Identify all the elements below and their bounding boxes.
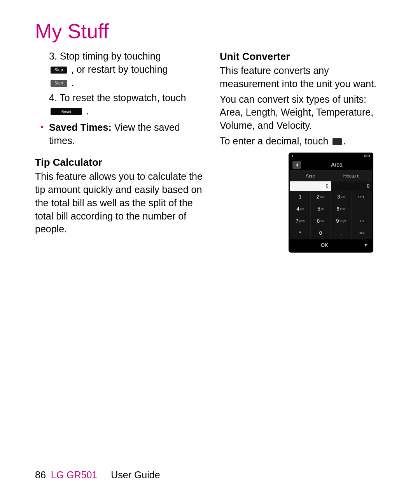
phone-header: Area: [290, 160, 372, 170]
phone-ok-button: OK: [290, 239, 359, 251]
phone-value-row: 0 0: [290, 181, 372, 191]
guide-label: User Guide: [111, 469, 160, 480]
phone-value-left: 0: [290, 181, 331, 191]
phone-unit-row: Acre Hectare: [290, 170, 372, 181]
phone-key: 6mno: [331, 203, 352, 215]
menu-icon: ▾: [359, 239, 372, 251]
back-icon: [292, 161, 301, 169]
phone-key: [352, 203, 372, 215]
phone-key: 4ghi: [290, 203, 311, 215]
phone-key: T9: [352, 215, 372, 227]
unit-converter-p3a: To enter a decimal, touch: [220, 135, 331, 146]
unit-converter-p3: To enter a decimal, touch ..: [220, 135, 389, 148]
phone-key: *: [290, 227, 311, 239]
footer-separator: [104, 471, 104, 480]
phone-key: 7pqrs: [290, 215, 311, 227]
step-3-text-c: .: [72, 77, 74, 88]
step-4: 4. To reset the stopwatch, touch Reset .: [35, 91, 204, 118]
phone-key: 0: [311, 227, 331, 239]
columns: 3. Stop timing by touching Stop , or res…: [35, 50, 389, 253]
unit-converter-p3b: .: [343, 135, 346, 146]
phone-unit-right: Hectare: [331, 171, 372, 181]
stop-button-chip: Stop: [51, 67, 67, 74]
unit-converter-p1: This feature converts any measurement in…: [220, 64, 389, 91]
phone-bottom-bar: OK ▾: [290, 239, 372, 251]
phone-key: 1: [290, 191, 311, 203]
saved-times-bullet: Saved Times: View the saved times.: [35, 121, 204, 148]
phone-key: .: [331, 227, 352, 239]
step-4-text-a: 4. To reset the stopwatch, touch: [49, 92, 186, 103]
page-footer: 86 LG GR501 User Guide: [35, 469, 160, 481]
page-number: 86: [35, 469, 46, 480]
step-3-text-a: 3. Stop timing by touching: [49, 51, 161, 61]
left-column: 3. Stop timing by touching Stop , or res…: [35, 50, 204, 253]
manual-page: My Stuff 3. Stop timing by touching Stop…: [0, 0, 420, 504]
decimal-button-chip: .: [332, 138, 341, 145]
step-3: 3. Stop timing by touching Stop , or res…: [35, 50, 204, 89]
phone-title: Area: [304, 161, 369, 169]
tip-calculator-body: This feature allows you to calculate the…: [35, 170, 204, 236]
model-name: LG GR501: [51, 469, 98, 480]
phone-key: DEL: [352, 191, 372, 203]
page-title: My Stuff: [35, 19, 389, 43]
unit-converter-p2: You can convert six types of units: Area…: [220, 93, 389, 132]
saved-times-label: Saved Times:: [49, 122, 112, 133]
phone-key: 2abc: [311, 191, 331, 203]
step-4-text-b: .: [86, 105, 89, 116]
phone-key: 5jkl: [311, 203, 331, 215]
phone-key: Bck: [352, 227, 372, 239]
right-column: Unit Converter This feature converts any…: [220, 50, 389, 253]
phone-key: 9wxyz: [331, 215, 352, 227]
phone-key: 3def: [331, 191, 352, 203]
phone-value-right: 0: [331, 181, 372, 191]
phone-status-bar: ▮◧◨: [290, 154, 372, 160]
unit-converter-heading: Unit Converter: [220, 50, 389, 63]
phone-key: 8tuv: [311, 215, 331, 227]
phone-unit-left: Acre: [290, 171, 331, 181]
phone-keypad: 12abc3defDEL4ghi5jkl6mno7pqrs8tuv9wxyzT9…: [290, 191, 372, 239]
tip-calculator-heading: Tip Calculator: [35, 156, 204, 169]
reset-button-chip: Reset: [51, 108, 82, 115]
step-3-text-b: , or restart by touching: [71, 64, 168, 75]
start-button-chip: Start: [51, 80, 67, 87]
phone-screenshot: ▮◧◨ Area Acre Hectare 0 0 12abc3defDEL4g…: [289, 153, 373, 253]
